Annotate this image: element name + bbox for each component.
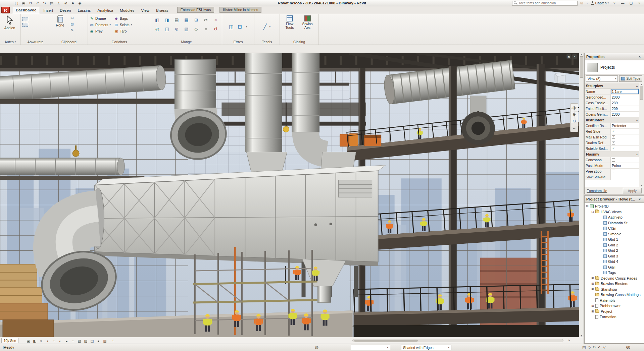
tree-item[interactable]: Grid 4	[585, 259, 644, 265]
pan-icon[interactable]: ↔	[572, 124, 576, 131]
type-selector[interactable]: Projects	[585, 60, 644, 74]
sync-icon[interactable]: ↻	[28, 1, 33, 5]
tab-view[interactable]: View	[138, 7, 153, 14]
tag-icon[interactable]: ⊘	[63, 1, 68, 5]
sun-path-icon[interactable]: ☀	[38, 338, 44, 343]
drume-button[interactable]: ✎ Drume	[90, 16, 111, 21]
visual-style-icon[interactable]: ◕	[96, 338, 101, 343]
save-icon[interactable]: ▣	[21, 1, 26, 5]
hatch-icon[interactable]: ▧	[182, 25, 191, 33]
tree-item[interactable]: Tags	[585, 270, 644, 276]
paste-button[interactable]: Rone	[52, 15, 68, 27]
tree-item[interactable]: GiaT	[585, 265, 644, 270]
checkbox[interactable]	[612, 147, 615, 150]
grid-icon[interactable]: ⊞	[192, 16, 201, 24]
property-row[interactable]: Sow Stuwr-fi...	[585, 174, 639, 180]
sciats-button[interactable]: ⊞ Sciats ▾	[114, 22, 132, 27]
panel-label-clasing[interactable]: Clasing	[280, 39, 318, 45]
tree-item[interactable]: ⊞Brawins Biesters	[585, 281, 644, 287]
editable-only-icon[interactable]: ✓	[598, 345, 601, 349]
tree-item[interactable]: CISn	[585, 226, 644, 231]
lock-view-icon[interactable]: ◐	[57, 338, 63, 343]
tree-item[interactable]: Simeoie	[585, 231, 644, 237]
drawing-area[interactable]: ▣ × ◎ ⊕ ⊖ ↔ ▲ ▼ 10|/ See ▣ ◧ ☀ ◑ ◔ ◐ ◒ ◓…	[0, 53, 584, 344]
add-icon[interactable]: ⊕	[172, 25, 181, 33]
property-row[interactable]: Centiine Rs...Pretenter	[585, 123, 639, 129]
tree-item[interactable]: Formation	[585, 314, 644, 320]
scrollbar-thumb[interactable]	[580, 56, 583, 78]
visual-style-select[interactable]: Shaded with Edges▾	[401, 345, 451, 350]
tab-group-entencad[interactable]: Entencad ESHzvus	[177, 7, 214, 13]
property-row[interactable]: Name1 1sre	[585, 89, 639, 95]
3d-model-view[interactable]	[0, 53, 584, 337]
checkbox[interactable]	[612, 158, 615, 162]
workspaces-icon[interactable]: ⊞	[580, 1, 583, 5]
reveal-hidden-icon[interactable]: ◓	[70, 338, 76, 343]
open-icon[interactable]: ▢	[14, 1, 19, 5]
user-account-button[interactable]: Capten ▾	[591, 1, 609, 5]
filter-icon[interactable]: ▽	[603, 345, 605, 349]
property-section[interactable]: Stsurplow▴	[585, 83, 639, 89]
array-icon[interactable]: ▦	[182, 16, 191, 24]
print-icon[interactable]: ▤	[49, 1, 54, 5]
globe-icon[interactable]: ◍	[315, 345, 318, 350]
property-section[interactable]: Instruotore▴	[585, 117, 639, 123]
measure-icon[interactable]: ∠	[56, 1, 61, 5]
shadows-icon[interactable]: ◑	[45, 338, 50, 343]
apply-button[interactable]: Apply	[623, 188, 642, 193]
rotate-icon[interactable]: ◴	[153, 25, 162, 33]
panel-label-autes[interactable]: Autes▾	[0, 39, 20, 45]
etrres-caret-icon[interactable]: ▾	[246, 25, 247, 28]
analytical-model-icon[interactable]: ▧	[77, 338, 82, 343]
zoom-out-icon[interactable]: ⊖	[573, 118, 576, 124]
scrollbar-thumb[interactable]	[354, 340, 418, 342]
property-row[interactable]: Mail Esn Rod	[585, 134, 639, 140]
copy-icon[interactable]: ⊡	[70, 22, 75, 26]
region-icon[interactable]: ◇	[192, 25, 201, 33]
property-row[interactable]: Geroonded...2000	[585, 95, 639, 100]
checkbox[interactable]	[612, 170, 615, 173]
view-scale-button[interactable]: 10|/ See	[1, 338, 18, 343]
property-row[interactable]: Opens Gern...2300	[585, 112, 639, 117]
detail-level-icon[interactable]: ▥	[102, 338, 108, 343]
modify-button[interactable]: Abelon	[2, 15, 18, 30]
vertical-scrollbar[interactable]: ▲ ▼	[579, 53, 584, 337]
stwlos-aes-button[interactable]: Stwlos Aes	[299, 15, 315, 30]
undo-icon[interactable]: ↶	[35, 1, 40, 5]
notifications-icon[interactable]: ◔	[586, 1, 588, 5]
links-icon[interactable]: ⊘	[593, 345, 596, 349]
horizontal-scrollbar[interactable]	[352, 339, 563, 342]
properties-scrollbar[interactable]: ▲ ▼	[639, 83, 644, 187]
zoom-in-icon[interactable]: ⊕	[573, 111, 576, 118]
property-row[interactable]: Duaien Ref...	[585, 140, 639, 146]
cut-icon[interactable]: ✂	[201, 16, 210, 24]
scrollbar-thumb[interactable]	[640, 86, 643, 100]
tecais-caret-icon[interactable]: ▾	[269, 25, 271, 28]
panel-label-goriohors[interactable]: Goriohors	[88, 39, 151, 45]
default-3d-view-icon[interactable]: ◈	[78, 1, 82, 5]
tab-group-illistex[interactable]: Illistex Miine lo hiemes	[219, 7, 261, 13]
tree-item[interactable]: Gbd 1	[585, 237, 644, 242]
help-button[interactable]: ?	[611, 1, 617, 5]
tab-braeas[interactable]: Braeas	[153, 7, 171, 14]
layers-icon[interactable]: ≡	[201, 25, 210, 33]
property-row[interactable]: Fnied Eiesit...209	[585, 106, 639, 112]
property-section[interactable]: Flasnnv▴	[585, 152, 639, 157]
constraints-icon[interactable]: ▨	[83, 338, 89, 343]
delete-icon[interactable]: ×	[211, 16, 220, 24]
tree-item[interactable]: Grid 2	[585, 242, 644, 248]
select-region-icon[interactable]	[22, 23, 28, 27]
tree-item[interactable]: Diamorin St	[585, 220, 644, 226]
tab-baehbavoe[interactable]: Baehbavoe	[12, 7, 40, 14]
collapse-toolbar-icon[interactable]: ‹	[111, 338, 115, 343]
property-row[interactable]: Pusit ModePoino	[585, 163, 639, 169]
property-row[interactable]: Pree stioo	[585, 169, 639, 174]
close-icon[interactable]: ×	[637, 55, 642, 59]
tree-item[interactable]: ⊞Stanshsur	[585, 287, 644, 292]
offset-icon[interactable]: ◨	[162, 16, 171, 24]
scroll-right-icon[interactable]: ▸	[568, 338, 570, 342]
tab-lassins[interactable]: Lassins	[74, 7, 94, 14]
hide-elements-icon[interactable]: ◒	[64, 338, 69, 343]
view-close-button[interactable]: ×	[572, 54, 577, 59]
application-menu-button[interactable]: R	[1, 7, 10, 13]
